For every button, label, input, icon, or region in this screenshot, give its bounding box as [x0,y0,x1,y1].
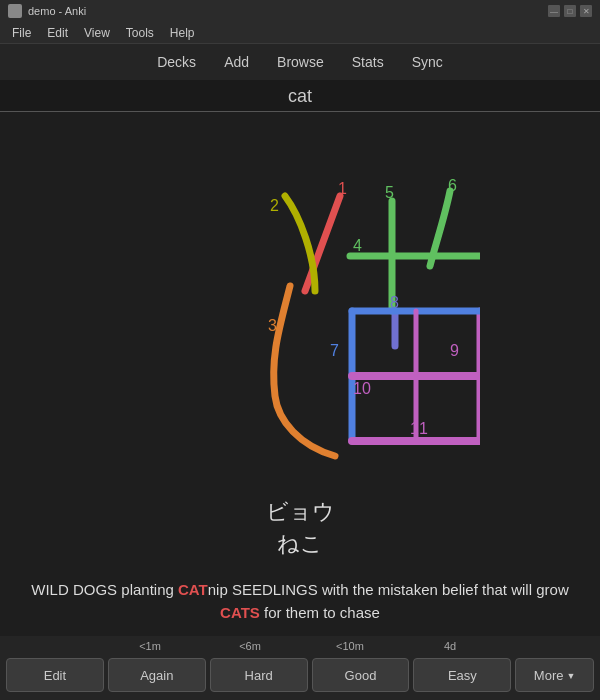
time-labels: <1m <6m <10m 4d [0,636,600,654]
svg-text:1: 1 [338,180,347,197]
main-content: 1 2 3 4 5 6 7 8 9 [0,112,600,636]
bottom-area: <1m <6m <10m 4d Edit Again Hard Good Eas… [0,636,600,700]
svg-text:11: 11 [410,420,428,437]
button-row: Edit Again Hard Good Easy More ▼ [0,654,600,700]
svg-text:7: 7 [330,342,339,359]
menu-tools[interactable]: Tools [118,22,162,43]
reading-hiragana: ねこ [266,529,335,559]
more-button[interactable]: More ▼ [515,658,594,692]
window-title: demo - Anki [28,5,86,17]
nav-bar: Decks Add Browse Stats Sync [0,44,600,80]
close-button[interactable]: ✕ [580,5,592,17]
time-label-hard: <6m [210,640,290,652]
menu-edit[interactable]: Edit [39,22,76,43]
good-button[interactable]: Good [312,658,410,692]
menu-help[interactable]: Help [162,22,203,43]
minimize-button[interactable]: — [548,5,560,17]
deck-title: cat [0,80,600,112]
mnemonic-prefix: WILD DOGS planting [31,581,178,598]
kanji-area: 1 2 3 4 5 6 7 8 9 [0,112,600,489]
hard-button[interactable]: Hard [210,658,308,692]
title-bar: demo - Anki — □ ✕ [0,0,600,22]
app-icon [8,4,22,18]
window-controls[interactable]: — □ ✕ [548,5,592,17]
nav-browse[interactable]: Browse [275,50,326,74]
menu-file[interactable]: File [4,22,39,43]
mnemonic-area: WILD DOGS planting CATnip SEEDLINGS with… [0,569,600,636]
svg-text:6: 6 [448,177,457,194]
more-label: More [534,668,564,683]
mnemonic-highlight1: CAT [178,581,208,598]
time-label-again: <1m [110,640,190,652]
reading-katakana: ビョウ [266,497,335,527]
nav-sync[interactable]: Sync [410,50,445,74]
edit-button[interactable]: Edit [6,658,104,692]
time-label-good: <10m [310,640,390,652]
title-bar-left: demo - Anki [8,4,86,18]
easy-button[interactable]: Easy [413,658,511,692]
again-button[interactable]: Again [108,658,206,692]
svg-text:3: 3 [268,317,277,334]
time-label-easy: 4d [410,640,490,652]
menu-bar: File Edit View Tools Help [0,22,600,44]
svg-text:2: 2 [270,197,279,214]
menu-view[interactable]: View [76,22,118,43]
nav-decks[interactable]: Decks [155,50,198,74]
svg-text:5: 5 [385,184,394,201]
mnemonic-highlight2: CATS [220,604,260,621]
maximize-button[interactable]: □ [564,5,576,17]
mnemonic-middle1: nip SEEDLINGS with the mistaken belief t… [208,581,569,598]
kanji-svg: 1 2 3 4 5 6 7 8 9 [120,136,480,466]
nav-stats[interactable]: Stats [350,50,386,74]
more-button-inner: More ▼ [534,668,576,683]
reading-area: ビョウ ねこ [266,489,335,569]
svg-text:10: 10 [353,380,371,397]
mnemonic-suffix: for them to chase [260,604,380,621]
nav-add[interactable]: Add [222,50,251,74]
svg-text:9: 9 [450,342,459,359]
chevron-down-icon: ▼ [566,671,575,681]
svg-rect-0 [120,136,480,466]
svg-text:4: 4 [353,237,362,254]
